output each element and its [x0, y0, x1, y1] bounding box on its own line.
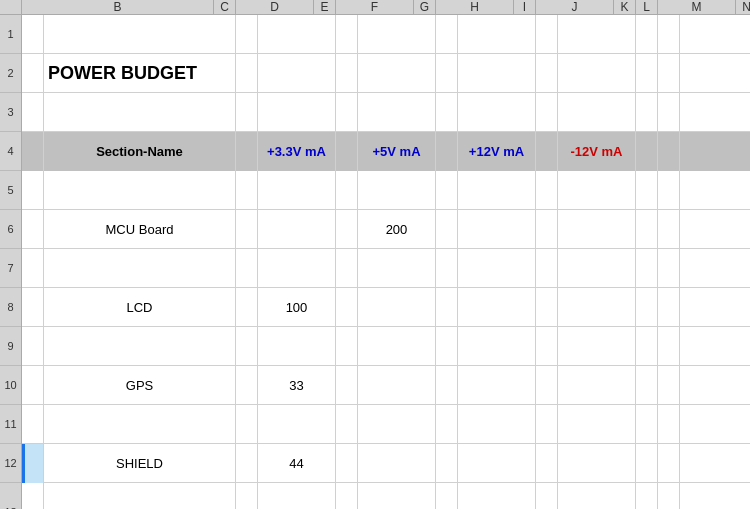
cell-gps-a[interactable]: [22, 366, 44, 405]
cell-gps-name[interactable]: GPS: [44, 366, 236, 405]
cell-gps-j[interactable]: [558, 366, 636, 405]
cell-3m[interactable]: [680, 93, 750, 132]
cell-4e[interactable]: [336, 132, 358, 171]
cell-5a[interactable]: [22, 171, 44, 210]
cell-4i[interactable]: [536, 132, 558, 171]
cell-7f[interactable]: [358, 249, 436, 288]
cell-4d-33v[interactable]: +3.3V mA: [258, 132, 336, 171]
cell-7c[interactable]: [236, 249, 258, 288]
cell-11h[interactable]: [458, 405, 536, 444]
cell-9g[interactable]: [436, 327, 458, 366]
cell-7g[interactable]: [436, 249, 458, 288]
cell-2f[interactable]: [358, 54, 436, 93]
cell-3g[interactable]: [436, 93, 458, 132]
cell-3c[interactable]: [236, 93, 258, 132]
cell-3k[interactable]: [636, 93, 658, 132]
cell-shield-c[interactable]: [236, 444, 258, 483]
cell-lcd-c[interactable]: [236, 288, 258, 327]
cell-4j-neg12v[interactable]: -12V mA: [558, 132, 636, 171]
cell-2a[interactable]: [22, 54, 44, 93]
cell-7k[interactable]: [636, 249, 658, 288]
cell-1l[interactable]: [658, 15, 680, 54]
cell-2g[interactable]: [436, 54, 458, 93]
cell-shield-j[interactable]: [558, 444, 636, 483]
cell-3e[interactable]: [336, 93, 358, 132]
cell-9h[interactable]: [458, 327, 536, 366]
cell-7a[interactable]: [22, 249, 44, 288]
cell-11c[interactable]: [236, 405, 258, 444]
cell-mcu-j[interactable]: [558, 210, 636, 249]
cell-2e[interactable]: [336, 54, 358, 93]
cell-lcd-j[interactable]: [558, 288, 636, 327]
cell-2c[interactable]: [236, 54, 258, 93]
cell-5h[interactable]: [458, 171, 536, 210]
cell-4m[interactable]: [680, 132, 750, 171]
cell-gps-l[interactable]: [658, 366, 680, 405]
cell-11l[interactable]: [658, 405, 680, 444]
cell-4f-5v[interactable]: +5V mA: [358, 132, 436, 171]
cell-7j[interactable]: [558, 249, 636, 288]
cell-5j[interactable]: [558, 171, 636, 210]
cell-11i[interactable]: [536, 405, 558, 444]
cell-13b[interactable]: [44, 483, 236, 509]
cell-9m[interactable]: [680, 327, 750, 366]
cell-mcu-c[interactable]: [236, 210, 258, 249]
cell-gps-f[interactable]: [358, 366, 436, 405]
cell-13d[interactable]: [258, 483, 336, 509]
cell-7e[interactable]: [336, 249, 358, 288]
cell-gps-g[interactable]: [436, 366, 458, 405]
cell-shield-l[interactable]: [658, 444, 680, 483]
cell-11b[interactable]: [44, 405, 236, 444]
cell-1c[interactable]: [236, 15, 258, 54]
cell-11j[interactable]: [558, 405, 636, 444]
cell-9l[interactable]: [658, 327, 680, 366]
cell-mcu-g[interactable]: [436, 210, 458, 249]
cell-4c[interactable]: [236, 132, 258, 171]
cell-5g[interactable]: [436, 171, 458, 210]
cell-gps-h[interactable]: [458, 366, 536, 405]
cell-gps-i[interactable]: [536, 366, 558, 405]
cell-9c[interactable]: [236, 327, 258, 366]
cell-4k[interactable]: [636, 132, 658, 171]
cell-lcd-h[interactable]: [458, 288, 536, 327]
cell-3h[interactable]: [458, 93, 536, 132]
cell-lcd-k[interactable]: [636, 288, 658, 327]
cell-mcu-h[interactable]: [458, 210, 536, 249]
cell-3d[interactable]: [258, 93, 336, 132]
cell-5i[interactable]: [536, 171, 558, 210]
cell-9f[interactable]: [358, 327, 436, 366]
cell-4h-12v[interactable]: +12V mA: [458, 132, 536, 171]
cell-3f[interactable]: [358, 93, 436, 132]
cell-13j[interactable]: [558, 483, 636, 509]
cell-gps-d[interactable]: 33: [258, 366, 336, 405]
cell-5k[interactable]: [636, 171, 658, 210]
cell-7i[interactable]: [536, 249, 558, 288]
cell-5c[interactable]: [236, 171, 258, 210]
cell-11d[interactable]: [258, 405, 336, 444]
cell-2l[interactable]: [658, 54, 680, 93]
cell-1i[interactable]: [536, 15, 558, 54]
cell-11a[interactable]: [22, 405, 44, 444]
cell-11e[interactable]: [336, 405, 358, 444]
cell-mcu-i[interactable]: [536, 210, 558, 249]
cell-5m[interactable]: [680, 171, 750, 210]
cell-mcu-e[interactable]: [336, 210, 358, 249]
cell-11k[interactable]: [636, 405, 658, 444]
cell-lcd-f[interactable]: [358, 288, 436, 327]
cell-shield-m[interactable]: [680, 444, 750, 483]
cell-3a[interactable]: [22, 93, 44, 132]
cell-13g[interactable]: [436, 483, 458, 509]
cell-2i[interactable]: [536, 54, 558, 93]
cell-7l[interactable]: [658, 249, 680, 288]
cell-11f[interactable]: [358, 405, 436, 444]
cell-13k[interactable]: [636, 483, 658, 509]
cell-13l[interactable]: [658, 483, 680, 509]
cell-9d[interactable]: [258, 327, 336, 366]
cell-mcu-name[interactable]: MCU Board: [44, 210, 236, 249]
cell-1g[interactable]: [436, 15, 458, 54]
cell-3i[interactable]: [536, 93, 558, 132]
cell-lcd-name[interactable]: LCD: [44, 288, 236, 327]
cell-mcu-l[interactable]: [658, 210, 680, 249]
cell-5l[interactable]: [658, 171, 680, 210]
cell-13m[interactable]: [680, 483, 750, 509]
